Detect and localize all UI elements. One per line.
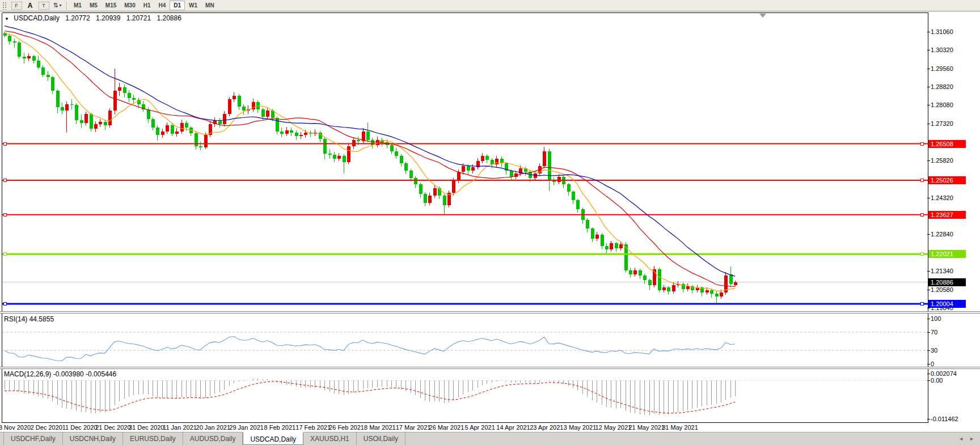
timeframe-button-m1[interactable]: M1	[70, 1, 86, 10]
text-tool-icon: A	[28, 2, 33, 10]
rsi-line	[5, 337, 735, 361]
tab-scroll-left-button[interactable]: ◄	[958, 436, 964, 442]
timeframe-buttons: M1M5M15M30H1H4D1W1MN	[70, 1, 218, 10]
timeframe-button-d1[interactable]: D1	[170, 1, 185, 10]
chart-tab-usdcad[interactable]: USDCAD,Daily	[243, 432, 303, 445]
macd-histogram	[5, 379, 736, 416]
chart-borders	[0, 13, 980, 423]
toolbar-separator	[66, 1, 67, 10]
support-resistance-lines	[2, 144, 928, 304]
chevron-down-icon: ▾	[60, 3, 62, 8]
tab-scroll-right-button[interactable]: ►	[969, 436, 974, 442]
chart-tab-eurusd[interactable]: EURUSD,Daily	[123, 433, 183, 445]
chart-canvas[interactable]	[0, 12, 980, 432]
fibonacci-tool-button[interactable]: F	[11, 1, 22, 10]
chart-tabs: USDCHF,DailyUSDCNH,DailyEURUSD,DailyAUDU…	[3, 433, 405, 445]
chart-tabs-bar: USDCHF,DailyUSDCNH,DailyEURUSD,DailyAUDU…	[0, 432, 980, 445]
arrows-tool-button[interactable]: ⇅ ▾	[52, 1, 63, 10]
toolbar-grip[interactable]	[2, 2, 7, 10]
mt4-window: F A T ⇅ ▾ M1M5M15M30H1H4D1W1MN ▼ USDCAD,…	[0, 0, 980, 445]
toolbar: F A T ⇅ ▾ M1M5M15M30H1H4D1W1MN	[0, 0, 980, 11]
text-tool-button[interactable]: A	[24, 1, 36, 10]
chart-tab-usoil[interactable]: USOil,Daily	[357, 433, 405, 445]
sma-30-line	[5, 26, 735, 277]
label-tool-button[interactable]: T	[38, 1, 49, 10]
timeframe-button-mn[interactable]: MN	[201, 1, 218, 10]
timeframe-button-h1[interactable]: H1	[140, 1, 155, 10]
chart-tab-xauusd[interactable]: XAUUSD,H1	[303, 433, 357, 445]
arrows-icon: ⇅	[53, 2, 58, 9]
chart-tab-audusd[interactable]: AUDUSD,Daily	[183, 433, 243, 445]
chart-tab-usdcnh[interactable]: USDCNH,Daily	[63, 433, 123, 445]
timeframe-button-m5[interactable]: M5	[86, 1, 102, 10]
tab-scroll-buttons: ◄ ►	[958, 433, 980, 445]
timeframe-button-m30[interactable]: M30	[120, 1, 139, 10]
fibonacci-icon: F	[11, 2, 22, 10]
label-tool-icon: T	[39, 2, 49, 10]
timeframe-button-m15[interactable]: M15	[102, 1, 120, 10]
chart-area	[0, 12, 980, 432]
timeframe-button-w1[interactable]: W1	[185, 1, 201, 10]
candlesticks	[3, 32, 737, 304]
timeframe-button-h4[interactable]: H4	[155, 1, 170, 10]
chart-tab-usdchf[interactable]: USDCHF,Daily	[3, 433, 63, 445]
